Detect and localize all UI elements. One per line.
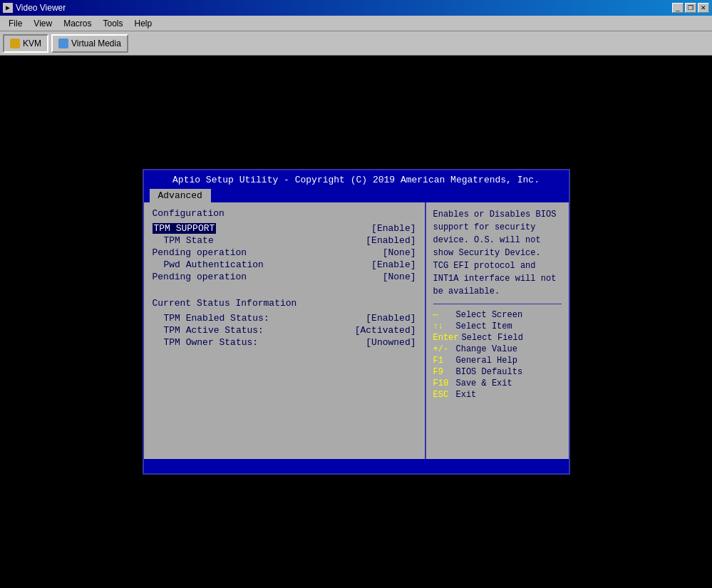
bios-tab-bar: Advanced [144, 189, 569, 202]
key-f1: F1 [433, 356, 453, 366]
menu-view[interactable]: View [28, 17, 58, 30]
menu-macros[interactable]: Macros [58, 17, 97, 30]
kvm-icon [10, 38, 20, 48]
pending-op-value-2: [None] [383, 272, 416, 282]
menu-bar: File View Macros Tools Help [0, 16, 712, 31]
key-exit: ESC Exit [433, 390, 562, 400]
kvm-label: KVM [23, 38, 41, 48]
key-select-field-desc: Select Field [462, 333, 523, 343]
bios-help-text: Enables or Disables BIOS support for sec… [433, 208, 562, 298]
tpm-state-value: [Enabled] [366, 235, 416, 246]
key-change-value-desc: Change Value [456, 344, 517, 354]
bios-body: Configuration TPM SUPPORT [Enable] TPM S… [144, 202, 569, 459]
tpm-owner-status-row: TPM Owner Status: [Unowned] [153, 337, 416, 348]
key-exit-desc: Exit [456, 390, 477, 400]
key-select-screen-desc: Select Screen [456, 310, 523, 320]
tpm-active-status-value: [Activated] [355, 325, 416, 336]
minimize-button[interactable]: _ [672, 3, 683, 13]
status-section-title: Current Status Information [153, 298, 416, 309]
tpm-support-label: TPM SUPPORT [153, 223, 217, 234]
tab-advanced[interactable]: Advanced [150, 189, 211, 202]
restore-button[interactable]: ❐ [685, 3, 696, 13]
pending-op-label-1: Pending operation [153, 247, 247, 258]
config-section-title: Configuration [153, 208, 416, 219]
key-arrows-v: ↑↓ [433, 321, 453, 331]
pending-op-row-2[interactable]: Pending operation [None] [153, 272, 416, 282]
pwd-auth-label: Pwd Authentication [153, 259, 264, 270]
key-enter: Enter [433, 333, 459, 343]
pending-op-value-1: [None] [383, 247, 416, 258]
key-save-exit-desc: Save & Exit [456, 378, 512, 388]
key-general-help: F1 General Help [433, 356, 562, 366]
media-icon [58, 38, 68, 48]
menu-help[interactable]: Help [129, 17, 158, 30]
app-icon: ▶ [3, 3, 13, 13]
bios-window: Aptio Setup Utility - Copyright (C) 2019… [143, 169, 570, 475]
key-general-help-desc: General Help [456, 356, 517, 366]
virtual-media-label: Virtual Media [71, 38, 121, 48]
tpm-state-label: TPM State [153, 235, 214, 246]
key-plus-minus: +/- [433, 344, 453, 354]
key-select-screen: ↔ Select Screen [433, 310, 562, 320]
bios-header-text: Aptio Setup Utility - Copyright (C) 2019… [172, 175, 540, 185]
tpm-state-row[interactable]: TPM State [Enabled] [153, 235, 416, 246]
key-f9: F9 [433, 367, 453, 377]
key-bios-defaults-desc: BIOS Defaults [456, 367, 523, 377]
bios-divider [433, 304, 562, 304]
key-select-item: ↑↓ Select Item [433, 321, 562, 331]
pending-op-label-2: Pending operation [153, 272, 247, 282]
tpm-support-value: [Enable] [371, 223, 416, 234]
tpm-enabled-status-label: TPM Enabled Status: [153, 313, 269, 324]
bios-left-panel: Configuration TPM SUPPORT [Enable] TPM S… [144, 202, 426, 459]
main-content: Aptio Setup Utility - Copyright (C) 2019… [0, 56, 712, 588]
title-bar-buttons: _ ❐ ✕ [672, 3, 709, 13]
tpm-enabled-status-value: [Enabled] [366, 313, 416, 324]
title-bar-text: Video Viewer [16, 3, 669, 13]
bios-header: Aptio Setup Utility - Copyright (C) 2019… [144, 170, 569, 189]
key-save-exit: F10 Save & Exit [433, 378, 562, 388]
key-bios-defaults: F9 BIOS Defaults [433, 367, 562, 377]
kvm-button[interactable]: KVM [3, 34, 48, 53]
key-arrows-h: ↔ [433, 310, 453, 320]
tpm-owner-status-label: TPM Owner Status: [153, 337, 259, 348]
tpm-support-row[interactable]: TPM SUPPORT [Enable] [153, 223, 416, 234]
key-change-value: +/- Change Value [433, 344, 562, 354]
title-bar: ▶ Video Viewer _ ❐ ✕ [0, 0, 712, 16]
bios-footer [144, 459, 569, 473]
tpm-active-status-row: TPM Active Status: [Activated] [153, 325, 416, 336]
menu-tools[interactable]: Tools [97, 17, 128, 30]
virtual-media-button[interactable]: Virtual Media [51, 34, 128, 53]
bios-right-panel: Enables or Disables BIOS support for sec… [426, 202, 569, 459]
menu-file[interactable]: File [3, 17, 28, 30]
tpm-active-status-label: TPM Active Status: [153, 325, 264, 336]
key-select-field: Enter Select Field [433, 333, 562, 343]
key-f10: F10 [433, 378, 453, 388]
close-button[interactable]: ✕ [698, 3, 709, 13]
tpm-owner-status-value: [Unowned] [366, 337, 416, 348]
pwd-auth-row[interactable]: Pwd Authentication [Enable] [153, 259, 416, 270]
tpm-enabled-status-row: TPM Enabled Status: [Enabled] [153, 313, 416, 324]
toolbar: KVM Virtual Media [0, 31, 712, 56]
key-select-item-desc: Select Item [456, 321, 512, 331]
key-esc: ESC [433, 390, 453, 400]
pwd-auth-value: [Enable] [371, 259, 416, 270]
pending-op-row-1[interactable]: Pending operation [None] [153, 247, 416, 258]
